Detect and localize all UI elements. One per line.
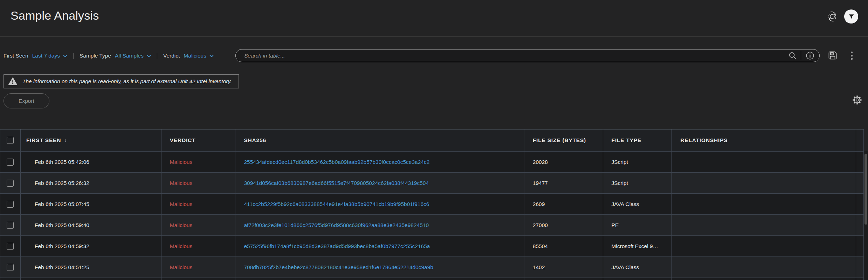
- profile-button[interactable]: [844, 9, 858, 24]
- cell-relationships: [672, 215, 856, 235]
- verdict-label: Malicious: [170, 264, 193, 271]
- filter-bar: First Seen Last 7 days Sample Type All S…: [4, 47, 214, 65]
- table-body: Feb 6th 2025 05:42:06Malicious255434afde…: [0, 151, 863, 280]
- cell-select: [0, 236, 21, 256]
- cell-select: [0, 173, 21, 193]
- cell-empty: [0, 278, 21, 280]
- verdict-label: Malicious: [170, 159, 193, 165]
- cell-verdict: Malicious: [161, 152, 236, 172]
- cell-verdict: Malicious: [161, 215, 236, 235]
- cell-empty: [856, 278, 863, 280]
- chevron-down-icon: [209, 55, 214, 58]
- cell-select: [0, 257, 21, 278]
- export-button[interactable]: Export: [4, 93, 49, 108]
- cell-first-seen: Feb 6th 2025 05:07:45: [21, 194, 161, 214]
- search-divider: [801, 51, 801, 60]
- cell-filler: [856, 173, 863, 193]
- first-seen-dropdown[interactable]: Last 7 days: [32, 53, 67, 59]
- cell-file-size: 2609: [524, 194, 603, 214]
- cell-file-type: JAVA Class: [603, 257, 672, 278]
- chevron-down-icon: [147, 55, 151, 58]
- cell-file-type: JAVA Class: [603, 194, 672, 214]
- cell-first-seen: Feb 6th 2025 04:51:25: [21, 257, 161, 278]
- cell-sha256: 30941d056caf03b6830987e6ad66f5515e7f4709…: [235, 173, 524, 193]
- cell-filler: [856, 257, 863, 278]
- sha256-link[interactable]: 255434afdecd0ec117d8d0b53462c5b0a09faab9…: [244, 159, 429, 165]
- column-header-relationships[interactable]: RELATIONSHIPS: [672, 129, 856, 151]
- top-bar: Sample Analysis: [0, 0, 868, 36]
- row-checkbox[interactable]: [7, 201, 14, 208]
- cell-file-type: Microsoft Excel 9…: [603, 236, 672, 256]
- column-label: FIRST SEEN: [26, 137, 61, 144]
- save-view-icon[interactable]: [827, 50, 838, 61]
- column-header-first-seen[interactable]: FIRST SEEN ↓: [21, 129, 161, 151]
- verdict-label: Malicious: [170, 222, 193, 228]
- kebab-menu-icon[interactable]: [849, 50, 854, 61]
- sample-type-dropdown-value: All Samples: [115, 53, 144, 59]
- table-row: Feb 6th 2025 05:42:06Malicious255434afde…: [0, 151, 863, 172]
- cell-file-type: JScript: [603, 173, 672, 193]
- filter-label-sample-type: Sample Type: [80, 53, 111, 59]
- column-header-sha256[interactable]: SHA256: [235, 129, 524, 151]
- sha256-link[interactable]: 30941d056caf03b6830987e6ad66f5515e7f4709…: [244, 180, 429, 186]
- header-filler-cell: [856, 129, 863, 151]
- cell-filler: [856, 236, 863, 256]
- row-checkbox[interactable]: [7, 264, 14, 271]
- page-title: Sample Analysis: [11, 9, 99, 22]
- cell-file-type: JScript: [603, 152, 672, 172]
- sha256-link[interactable]: 708db7825f2b7e4bebe2c8778082180c41e3e958…: [244, 264, 433, 271]
- cell-file-size: 27000: [524, 215, 603, 235]
- sort-desc-icon: ↓: [64, 138, 67, 143]
- row-checkbox[interactable]: [7, 159, 14, 166]
- sample-analysis-page: Sample Analysis First Seen Last 7 days: [0, 0, 868, 280]
- column-header-file-type[interactable]: FILE TYPE: [603, 129, 672, 151]
- cell-filler: [856, 215, 863, 235]
- table-row: Feb 6th 2025 04:59:40Maliciousaf72f003c2…: [0, 214, 863, 235]
- sha256-link[interactable]: e57525f96fb174a8f1cb95d8d3e387ad9d5d993b…: [244, 243, 430, 249]
- cell-empty: [21, 278, 161, 280]
- filter-separator: [73, 53, 74, 59]
- info-icon[interactable]: [805, 51, 815, 60]
- cell-empty: [235, 278, 524, 280]
- first-seen-dropdown-value: Last 7 days: [32, 53, 60, 59]
- refresh-icon[interactable]: [827, 11, 838, 22]
- cell-first-seen: Feb 6th 2025 04:59:32: [21, 236, 161, 256]
- table-row: Feb 6th 2025 05:07:45Malicious411cc2b522…: [0, 193, 863, 214]
- filter-separator: [157, 53, 157, 59]
- verdict-dropdown[interactable]: Malicious: [184, 53, 214, 59]
- cell-verdict: Malicious: [161, 173, 236, 193]
- gear-icon[interactable]: [852, 95, 862, 105]
- warning-icon: [8, 77, 18, 86]
- cell-file-size: 20028: [524, 152, 603, 172]
- select-all-checkbox[interactable]: [7, 137, 14, 144]
- cell-file-type: PE: [603, 215, 672, 235]
- cell-file-size: 19477: [524, 173, 603, 193]
- cell-empty: [524, 278, 603, 280]
- verdict-dropdown-value: Malicious: [184, 53, 206, 59]
- table-row: Feb 6th 2025 04:51:25Malicious708db7825f…: [0, 256, 863, 278]
- cell-empty: [672, 278, 856, 280]
- row-checkbox[interactable]: [7, 243, 14, 250]
- scrollbar-track: [864, 151, 868, 280]
- column-label: FILE TYPE: [612, 137, 642, 144]
- search-icon[interactable]: [788, 52, 797, 60]
- funnel-icon: [848, 14, 854, 20]
- column-header-verdict[interactable]: VERDICT: [161, 129, 236, 151]
- row-checkbox[interactable]: [7, 222, 14, 229]
- cell-sha256: 255434afdecd0ec117d8d0b53462c5b0a09faab9…: [235, 152, 524, 172]
- sha256-link[interactable]: af72f003c2e3fe101d866c2576f5d976d9588c63…: [244, 222, 429, 228]
- table-header-row: FIRST SEEN ↓ VERDICT SHA256 FILE SIZE (B…: [0, 129, 863, 151]
- row-checkbox[interactable]: [7, 180, 14, 187]
- cell-verdict: Malicious: [161, 236, 236, 256]
- search-input[interactable]: [243, 52, 788, 59]
- sample-type-dropdown[interactable]: All Samples: [115, 53, 151, 59]
- cell-first-seen: Feb 6th 2025 05:26:32: [21, 173, 161, 193]
- cell-filler: [856, 152, 863, 172]
- sha256-link[interactable]: 411cc2b5229f5b92c6a0833388544e91e4fa38b5…: [244, 201, 429, 207]
- column-header-file-size[interactable]: FILE SIZE (BYTES): [524, 129, 603, 151]
- vertical-scrollbar[interactable]: [864, 154, 867, 225]
- verdict-label: Malicious: [170, 243, 193, 249]
- samples-table: FIRST SEEN ↓ VERDICT SHA256 FILE SIZE (B…: [0, 129, 864, 280]
- cell-empty: [161, 278, 236, 280]
- column-label: SHA256: [244, 137, 266, 144]
